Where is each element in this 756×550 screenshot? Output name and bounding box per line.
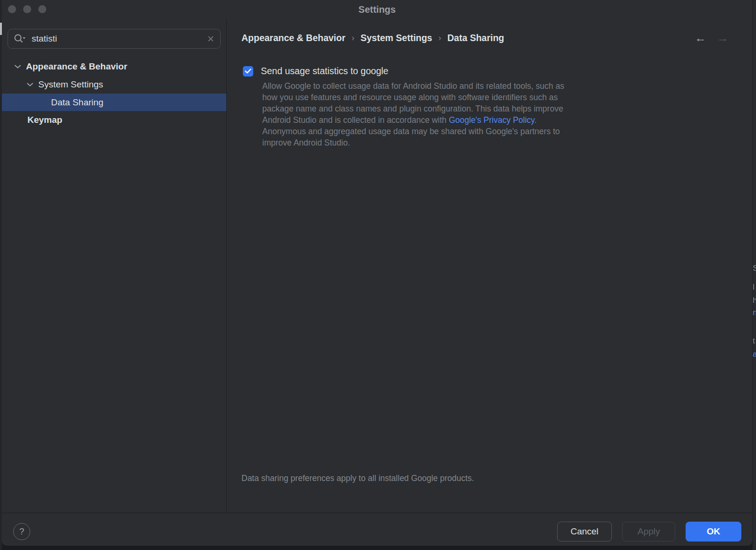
privacy-policy-link[interactable]: Google's Privacy Policy xyxy=(449,115,534,125)
breadcrumb-separator-icon: › xyxy=(438,33,441,43)
background-text-fragment: n xyxy=(753,308,756,318)
search-query-text: statisti xyxy=(32,34,207,44)
background-text-fragment: l xyxy=(753,283,755,292)
content: statisti ✕ Appearance & Behavior xyxy=(2,19,752,513)
settings-dialog: Settings statisti ✕ xyxy=(2,0,753,546)
sidebar-item-label: Data Sharing xyxy=(51,97,103,108)
screen: S l h n t a Settings xyxy=(0,0,756,550)
background-window-right-sliver: S l h n t a xyxy=(753,0,756,550)
dialog-footer: ? Cancel Apply OK xyxy=(2,513,752,546)
ok-button[interactable]: OK xyxy=(686,522,741,541)
back-arrow-icon[interactable]: ← xyxy=(695,31,706,45)
background-text-fragment: t xyxy=(753,336,755,346)
data-sharing-footnote: Data sharing preferences apply to all in… xyxy=(241,473,474,483)
breadcrumb-item-data-sharing: Data Sharing xyxy=(447,33,504,43)
sidebar-item-label: System Settings xyxy=(38,79,103,90)
settings-tree: Appearance & Behavior System Settings Da… xyxy=(2,58,226,129)
topbar: Appearance & Behavior › System Settings … xyxy=(241,31,752,45)
breadcrumb-item-system-settings[interactable]: System Settings xyxy=(361,33,432,43)
forward-arrow-icon: → xyxy=(717,31,729,45)
usage-statistics-description: Allow Google to collect usage data for A… xyxy=(262,80,572,148)
breadcrumb-item-appearance-behavior[interactable]: Appearance & Behavior xyxy=(241,33,345,43)
background-text-fragment: S xyxy=(753,264,756,273)
history-navigation: ← → xyxy=(695,31,729,45)
sidebar-item-system-settings[interactable]: System Settings xyxy=(2,76,226,94)
settings-main-panel: Appearance & Behavior › System Settings … xyxy=(227,19,752,513)
search-icon xyxy=(14,34,26,44)
sidebar-item-label: Appearance & Behavior xyxy=(26,61,127,72)
cancel-button[interactable]: Cancel xyxy=(557,522,612,541)
usage-statistics-checkbox[interactable] xyxy=(243,66,253,77)
sidebar-item-label: Keymap xyxy=(27,115,62,125)
breadcrumb-separator-icon: › xyxy=(352,33,354,43)
help-button[interactable]: ? xyxy=(13,523,30,540)
chevron-down-icon[interactable] xyxy=(14,64,21,69)
breadcrumb: Appearance & Behavior › System Settings … xyxy=(241,33,504,43)
sidebar-item-keymap[interactable]: Keymap xyxy=(2,111,226,129)
settings-search-input[interactable]: statisti ✕ xyxy=(8,29,221,49)
apply-button: Apply xyxy=(622,522,675,541)
titlebar[interactable]: Settings xyxy=(2,0,752,19)
clear-search-icon[interactable]: ✕ xyxy=(207,34,215,43)
window-title: Settings xyxy=(2,0,752,19)
sidebar-item-data-sharing[interactable]: Data Sharing xyxy=(2,94,226,111)
background-text-fragment: a xyxy=(753,350,756,359)
usage-statistics-label: Send usage statistics to google xyxy=(261,66,388,77)
action-buttons: Cancel Apply OK xyxy=(557,522,741,541)
question-mark-icon: ? xyxy=(19,526,25,537)
chevron-down-icon[interactable] xyxy=(26,82,34,87)
settings-sidebar: statisti ✕ Appearance & Behavior xyxy=(2,19,227,513)
sidebar-item-appearance-behavior[interactable]: Appearance & Behavior xyxy=(2,58,226,76)
usage-statistics-option[interactable]: Send usage statistics to google xyxy=(241,66,752,77)
background-text-fragment: h xyxy=(753,296,756,305)
